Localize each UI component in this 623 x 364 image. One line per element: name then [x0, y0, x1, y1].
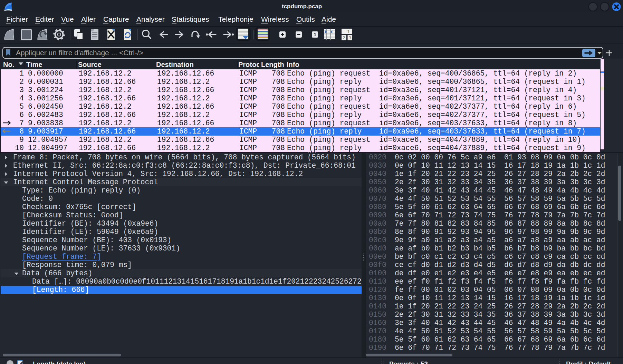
svg-text:2: 2 — [343, 35, 345, 40]
svg-text:1: 1 — [314, 32, 316, 37]
svg-text:3: 3 — [348, 35, 351, 40]
svg-text:1: 1 — [347, 29, 349, 34]
